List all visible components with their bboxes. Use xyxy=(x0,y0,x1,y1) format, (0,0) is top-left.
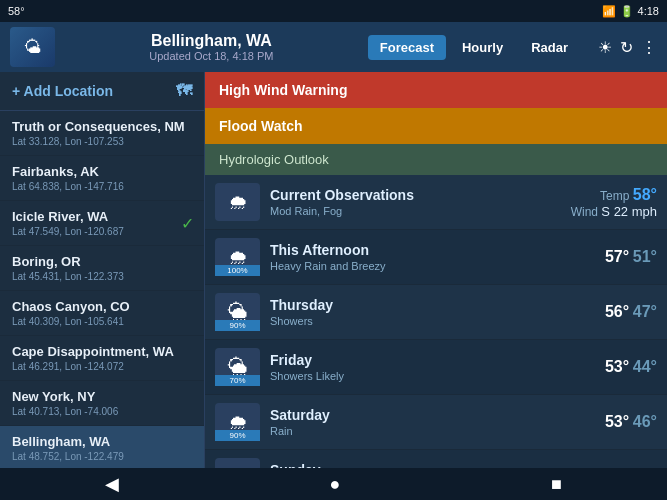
forecast-desc: Rain xyxy=(270,425,595,437)
header-tabs: Forecast Hourly Radar xyxy=(368,35,580,60)
status-bar: 58° 📶 🔋 4:18 xyxy=(0,0,667,22)
weather-icon: 🌧 100% xyxy=(215,238,260,276)
forecast-temps: 53° 46° xyxy=(605,413,657,431)
tab-hourly[interactable]: Hourly xyxy=(450,35,515,60)
status-battery-icon: 🔋 xyxy=(620,5,634,18)
location-name: Bellingham, WA xyxy=(12,434,192,449)
temp-high: 56° xyxy=(605,303,629,320)
location-item[interactable]: Boring, OR Lat 45.431, Lon -122.373 xyxy=(0,246,204,291)
temp-high: 53° xyxy=(605,413,629,430)
location-coords: Lat 47.549, Lon -120.687 xyxy=(12,226,192,237)
current-obs-temps: Temp 58° Wind S 22 mph xyxy=(571,186,657,219)
forecast-period: Saturday xyxy=(270,407,595,423)
forecast-list: 🌧 Current Observations Mod Rain, Fog Tem… xyxy=(205,175,667,468)
location-item[interactable]: Cape Disappointment, WA Lat 46.291, Lon … xyxy=(0,336,204,381)
forecast-period: Current Observations xyxy=(270,187,561,203)
updated-time: Updated Oct 18, 4:18 PM xyxy=(65,50,358,62)
forecast-temps: 56° 47° xyxy=(605,303,657,321)
forecast-desc: Mod Rain, Fog xyxy=(270,205,561,217)
location-name: New York, NY xyxy=(12,389,192,404)
precip-bar: 90% xyxy=(215,320,260,331)
tab-radar[interactable]: Radar xyxy=(519,35,580,60)
forecast-row[interactable]: 🌧 Current Observations Mod Rain, Fog Tem… xyxy=(205,175,667,230)
alert-flood[interactable]: Flood Watch xyxy=(205,108,667,144)
location-name: Fairbanks, AK xyxy=(12,164,192,179)
location-coords: Lat 40.713, Lon -74.006 xyxy=(12,406,192,417)
forecast-info: Sunday Rain Likely xyxy=(270,462,595,468)
temp-low: 51° xyxy=(633,248,657,265)
location-coords: Lat 46.291, Lon -124.072 xyxy=(12,361,192,372)
temp-low: 47° xyxy=(633,303,657,320)
alert-high-wind[interactable]: High Wind Warning xyxy=(205,72,667,108)
add-location-button[interactable]: + Add Location 🗺 xyxy=(0,72,204,111)
location-list: Truth or Consequences, NM Lat 33.128, Lo… xyxy=(0,111,204,468)
location-item[interactable]: Bellingham, WA Lat 48.752, Lon -122.479 xyxy=(0,426,204,468)
forecast-row[interactable]: 🌦 70% Friday Showers Likely 53° 44° xyxy=(205,340,667,395)
app-logo: 🌤 xyxy=(10,27,55,67)
alert-flood-text: Flood Watch xyxy=(219,118,302,134)
forecast-temps: 53° 44° xyxy=(605,358,657,376)
tab-forecast[interactable]: Forecast xyxy=(368,35,446,60)
forecast-row[interactable]: 🌧 90% Saturday Rain 53° 46° xyxy=(205,395,667,450)
location-name: Icicle River, WA xyxy=(12,209,192,224)
back-button[interactable]: ◀ xyxy=(75,473,149,495)
obs-temp-val: 58° xyxy=(633,186,657,203)
content-area: High Wind Warning Flood Watch Hydrologic… xyxy=(205,72,667,468)
forecast-info: Thursday Showers xyxy=(270,297,595,327)
forecast-period: Thursday xyxy=(270,297,595,313)
location-item[interactable]: Chaos Canyon, CO Lat 40.309, Lon -105.64… xyxy=(0,291,204,336)
precip-bar: 70% xyxy=(215,375,260,386)
temp-low: 46° xyxy=(633,413,657,430)
location-name: Chaos Canyon, CO xyxy=(12,299,192,314)
weather-icon: 🌦 70% xyxy=(215,348,260,386)
precip-bar: 90% xyxy=(215,430,260,441)
location-coords: Lat 48.752, Lon -122.479 xyxy=(12,451,192,462)
location-coords: Lat 45.431, Lon -122.373 xyxy=(12,271,192,282)
location-item[interactable]: Fairbanks, AK Lat 64.838, Lon -147.716 xyxy=(0,156,204,201)
main-layout: + Add Location 🗺 Truth or Consequences, … xyxy=(0,72,667,468)
refresh-icon[interactable]: ↻ xyxy=(620,38,633,57)
location-item[interactable]: Truth or Consequences, NM Lat 33.128, Lo… xyxy=(0,111,204,156)
wind-label: Wind xyxy=(571,205,602,219)
forecast-period: Friday xyxy=(270,352,595,368)
map-icon: 🗺 xyxy=(176,82,192,100)
sun-icon[interactable]: ☀ xyxy=(598,38,612,57)
add-location-label: + Add Location xyxy=(12,83,113,99)
forecast-info: Saturday Rain xyxy=(270,407,595,437)
forecast-period: Sunday xyxy=(270,462,595,468)
location-item[interactable]: Icicle River, WA Lat 47.549, Lon -120.68… xyxy=(0,201,204,246)
location-item[interactable]: New York, NY Lat 40.713, Lon -74.006 xyxy=(0,381,204,426)
forecast-temps: 57° 51° xyxy=(605,248,657,266)
forecast-info: Friday Showers Likely xyxy=(270,352,595,382)
location-coords: Lat 40.309, Lon -105.641 xyxy=(12,316,192,327)
alert-high-wind-text: High Wind Warning xyxy=(219,82,347,98)
location-name: Cape Disappointment, WA xyxy=(12,344,192,359)
location-coords: Lat 33.128, Lon -107.253 xyxy=(12,136,192,147)
header-title: Bellingham, WA Updated Oct 18, 4:18 PM xyxy=(65,32,358,62)
forecast-info: Current Observations Mod Rain, Fog xyxy=(270,187,561,217)
location-name: Boring, OR xyxy=(12,254,192,269)
menu-icon[interactable]: ⋮ xyxy=(641,38,657,57)
city-name: Bellingham, WA xyxy=(65,32,358,50)
weather-icon: 🌧 xyxy=(215,183,260,221)
forecast-row[interactable]: 🌧 100% This Afternoon Heavy Rain and Bre… xyxy=(205,230,667,285)
weather-icon: 🌧 90% xyxy=(215,403,260,441)
location-name: Truth or Consequences, NM xyxy=(12,119,192,134)
sidebar: + Add Location 🗺 Truth or Consequences, … xyxy=(0,72,205,468)
temp-low: 44° xyxy=(633,358,657,375)
weather-icon: 🌧 xyxy=(215,458,260,468)
recent-button[interactable]: ■ xyxy=(521,474,592,495)
alert-hydro[interactable]: Hydrologic Outlook xyxy=(205,144,667,175)
alert-hydro-text: Hydrologic Outlook xyxy=(219,152,329,167)
forecast-row[interactable]: 🌧 Sunday Rain Likely 55° 47° xyxy=(205,450,667,468)
check-icon: ✓ xyxy=(181,214,194,233)
temp-label: Temp xyxy=(600,189,633,203)
status-wifi-icon: 📶 xyxy=(602,5,616,18)
bottom-nav: ◀ ● ■ xyxy=(0,468,667,500)
forecast-period: This Afternoon xyxy=(270,242,595,258)
forecast-row[interactable]: 🌦 90% Thursday Showers 56° 47° xyxy=(205,285,667,340)
home-button[interactable]: ● xyxy=(300,474,371,495)
obs-wind-val: S 22 mph xyxy=(601,204,657,219)
header: 🌤 Bellingham, WA Updated Oct 18, 4:18 PM… xyxy=(0,22,667,72)
status-right: 📶 🔋 4:18 xyxy=(602,5,659,18)
